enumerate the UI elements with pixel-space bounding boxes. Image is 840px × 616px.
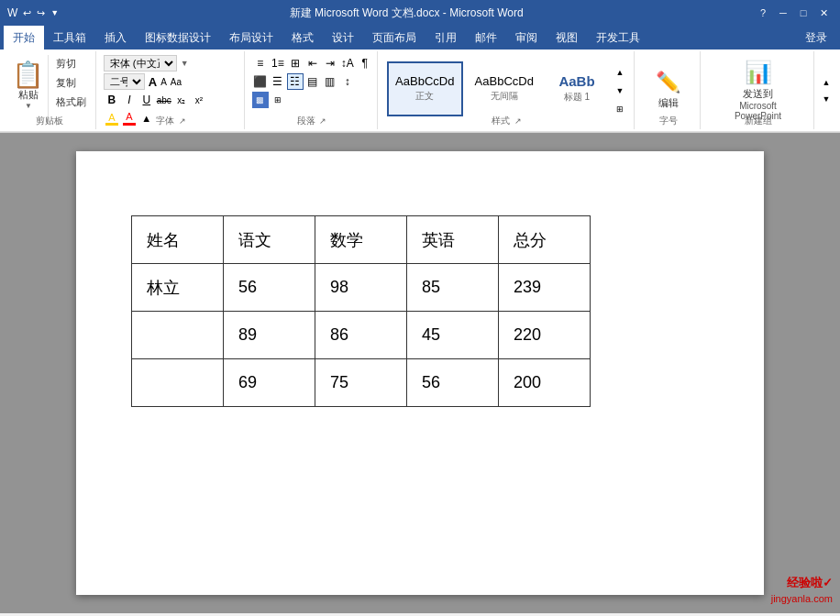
clipboard-small-btns: 剪切 复制 格式刷: [52, 55, 90, 111]
shading-btn[interactable]: ▩: [252, 92, 269, 108]
style-no-space-preview: AaBbCcDd: [475, 74, 534, 88]
send-to-label: 发送到: [743, 87, 773, 101]
font-name-row: 宋体 (中文正文) ▼: [104, 55, 238, 72]
header-name: 姓名: [132, 216, 224, 264]
row1-english: 85: [407, 264, 499, 312]
underline-btn[interactable]: U: [138, 92, 155, 108]
style-scroll-down[interactable]: ▼: [612, 82, 628, 99]
ribbon-row1: 📋 粘贴 ▼ 剪切 复制 格式刷 剪贴板 宋体 (中文正文) ▼: [0, 50, 840, 132]
menu-item-format[interactable]: 格式: [282, 26, 323, 50]
row1-total: 239: [499, 264, 591, 312]
sort-btn[interactable]: ↕A: [339, 55, 356, 72]
fontnum-label: 字号: [636, 111, 700, 127]
superscript-btn[interactable]: x²: [191, 92, 207, 108]
edit-label: 编辑: [658, 96, 679, 110]
quick-access-dropdown[interactable]: ▼: [50, 8, 59, 17]
font-format-row: B I U abc x₂ x²: [104, 92, 207, 108]
clipboard-label: 剪贴板: [4, 111, 95, 127]
style-heading1[interactable]: AaBb 标题 1: [546, 61, 608, 116]
menu-item-page-layout[interactable]: 页面布局: [363, 26, 426, 50]
ribbon-scroll-down[interactable]: ▼: [818, 91, 834, 107]
menu-item-review[interactable]: 审阅: [506, 26, 547, 50]
menu-item-start[interactable]: 开始: [4, 26, 44, 50]
paste-dropdown[interactable]: ▼: [25, 102, 32, 110]
edit-icon: ✏️: [656, 71, 680, 94]
powerpoint-icon: 📊: [745, 60, 772, 85]
header-math: 数学: [315, 216, 407, 264]
ribbon-scroll-up[interactable]: ▲: [818, 74, 834, 91]
restore-button[interactable]: □: [794, 4, 812, 22]
paste-label: 粘贴: [18, 88, 39, 102]
menu-item-design[interactable]: 设计: [323, 26, 363, 50]
row3-english: 56: [407, 359, 499, 407]
column-btn[interactable]: ▥: [322, 73, 338, 90]
show-marks-btn[interactable]: ¶: [357, 55, 373, 72]
italic-btn[interactable]: I: [121, 92, 138, 108]
menu-item-mail[interactable]: 邮件: [466, 26, 506, 50]
menu-item-chart-design[interactable]: 图标数据设计: [136, 26, 220, 50]
align-left-btn[interactable]: ⬛: [252, 73, 269, 90]
login-button[interactable]: 登录: [796, 30, 836, 46]
align-right-btn[interactable]: ☷: [287, 73, 304, 90]
styles-dialog-launcher[interactable]: ↗: [514, 116, 522, 126]
decrease-font-btn[interactable]: A: [160, 77, 167, 87]
document-area: 姓名 语文 数学 英语 总分 林立 56 98 85 239 89: [0, 133, 840, 613]
border-btn[interactable]: ⊞: [270, 92, 286, 108]
watermark-line1: 经验啦✓: [771, 575, 833, 591]
table-row: 69 75 56 200: [132, 359, 591, 407]
bullet-list-btn[interactable]: ≡: [252, 55, 269, 72]
line-spacing-btn[interactable]: ↕: [339, 73, 356, 90]
row2-english: 45: [407, 312, 499, 359]
fontnum-group: ✏️ 编辑 字号: [636, 51, 701, 129]
decrease-indent-btn[interactable]: ⇤: [304, 55, 321, 72]
align-center-btn[interactable]: ☰: [270, 73, 286, 90]
list-row: ≡ 1≡ ⊞ ⇤ ⇥ ↕A ¶: [252, 55, 373, 72]
ribbon: 📋 粘贴 ▼ 剪切 复制 格式刷 剪贴板 宋体 (中文正文) ▼: [0, 50, 840, 133]
subscript-btn[interactable]: x₂: [173, 92, 190, 108]
font-group: 宋体 (中文正文) ▼ 二号 A A Aa B I U abc x₂ x²: [98, 51, 245, 129]
increase-font-btn[interactable]: A: [149, 75, 157, 89]
menu-item-view[interactable]: 视图: [547, 26, 587, 50]
style-normal-preview: AaBbCcDd: [395, 74, 454, 88]
header-english: 英语: [407, 216, 499, 264]
font-dialog-launcher[interactable]: ↗: [179, 116, 186, 126]
style-no-space[interactable]: AaBbCcDd 无间隔: [467, 61, 543, 116]
paragraph-group: ≡ 1≡ ⊞ ⇤ ⇥ ↕A ¶ ⬛ ☰ ☷ ▤ ▥ ↕ ▩ ⊞ 段落: [247, 51, 378, 129]
row3-math: 75: [315, 359, 407, 407]
watermark: 经验啦✓ jingyanla.com: [771, 575, 833, 606]
menu-item-layout-design[interactable]: 布局设计: [220, 26, 282, 50]
title-bar-left: W ↩ ↪ ▼: [7, 6, 59, 19]
font-name-select[interactable]: 宋体 (中文正文): [104, 55, 177, 72]
style-normal-label: 正文: [415, 90, 434, 103]
para-dialog-launcher[interactable]: ↗: [319, 116, 326, 126]
watermark-line2: jingyanla.com: [771, 592, 833, 606]
cut-button[interactable]: 剪切: [52, 55, 90, 72]
align-justify-btn[interactable]: ▤: [304, 73, 321, 90]
paste-button[interactable]: 📋 粘贴 ▼: [9, 55, 49, 117]
word-logo: W: [7, 6, 17, 19]
clear-format-btn[interactable]: Aa: [171, 77, 182, 87]
title-bar: W ↩ ↪ ▼ 新建 Microsoft Word 文档.docx - Micr…: [0, 0, 840, 26]
increase-indent-btn[interactable]: ⇥: [322, 55, 338, 72]
menu-item-references[interactable]: 引用: [426, 26, 466, 50]
bold-btn[interactable]: B: [104, 92, 120, 108]
style-normal[interactable]: AaBbCcDd 正文: [387, 61, 463, 116]
document-page: 姓名 语文 数学 英语 总分 林立 56 98 85 239 89: [76, 151, 764, 595]
style-scroll-up[interactable]: ▲: [612, 64, 628, 81]
strikethrough-btn[interactable]: abc: [156, 92, 172, 108]
close-button[interactable]: ✕: [814, 4, 833, 22]
menu-item-tools[interactable]: 工具箱: [44, 26, 95, 50]
menu-item-insert[interactable]: 插入: [95, 26, 136, 50]
table-row: 89 86 45 220: [132, 312, 591, 359]
minimize-button[interactable]: ─: [774, 4, 792, 22]
font-size-select[interactable]: 二号: [104, 73, 145, 90]
quick-access-redo[interactable]: ↪: [37, 7, 45, 19]
font-size-dropdown[interactable]: ▼: [181, 59, 189, 68]
number-list-btn[interactable]: 1≡: [270, 55, 286, 72]
help-button[interactable]: ?: [754, 4, 772, 22]
copy-button[interactable]: 复制: [52, 74, 90, 92]
menu-item-developer[interactable]: 开发工具: [587, 26, 649, 50]
quick-access-undo[interactable]: ↩: [23, 7, 31, 19]
multilevel-list-btn[interactable]: ⊞: [287, 55, 304, 72]
format-painter-button[interactable]: 格式刷: [52, 94, 90, 111]
